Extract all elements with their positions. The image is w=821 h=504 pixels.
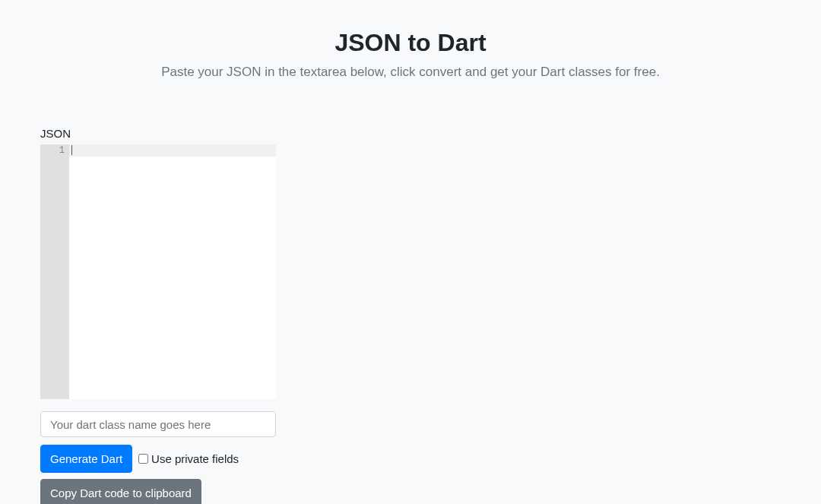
page-subtitle: Paste your JSON in the textarea below, c… <box>0 65 821 80</box>
private-fields-label: Use private fields <box>151 452 239 465</box>
copy-dart-button[interactable]: Copy Dart code to clipboard <box>40 479 201 504</box>
controls-row: Generate Dart Use private fields <box>40 445 781 473</box>
page-header: JSON to Dart Paste your JSON in the text… <box>0 0 821 80</box>
json-input-label: JSON <box>40 127 781 140</box>
page-title: JSON to Dart <box>0 29 821 57</box>
classname-input[interactable] <box>40 411 276 437</box>
line-number: 1 <box>40 144 65 157</box>
main-content: JSON 1 Generate Dart Use private fields … <box>0 127 821 504</box>
active-line-highlight <box>69 144 276 157</box>
private-fields-checkbox[interactable] <box>138 454 148 464</box>
private-fields-option[interactable]: Use private fields <box>138 452 239 465</box>
json-editor[interactable]: 1 <box>40 144 276 399</box>
editor-body[interactable] <box>69 144 276 399</box>
editor-gutter: 1 <box>40 144 69 399</box>
editor-cursor <box>71 145 72 155</box>
generate-dart-button[interactable]: Generate Dart <box>40 445 132 473</box>
